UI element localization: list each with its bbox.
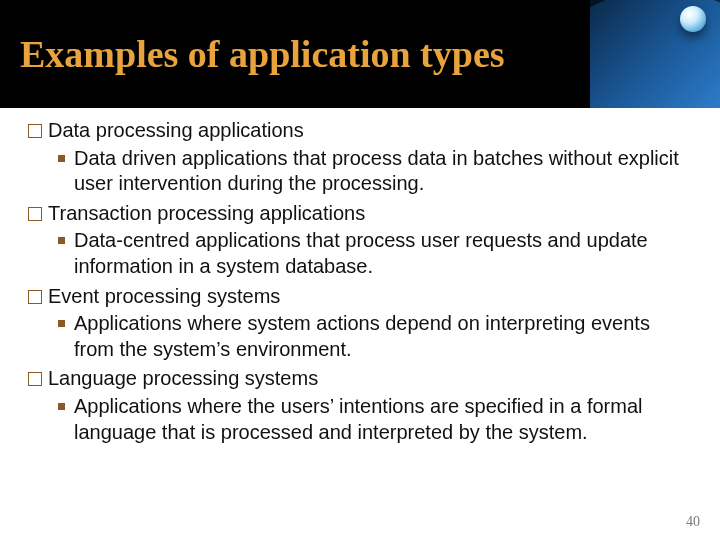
water-drop-icon — [680, 6, 706, 32]
square-bullet-icon — [58, 403, 65, 410]
list-subitem: Applications where the users’ intentions… — [28, 394, 692, 445]
square-outline-icon — [28, 207, 42, 221]
list-subitem: Data-centred applications that process u… — [28, 228, 692, 279]
square-bullet-icon — [58, 320, 65, 327]
square-outline-icon — [28, 372, 42, 386]
list-subitem: Data driven applications that process da… — [28, 146, 692, 197]
list-subitem-text: Data-centred applications that process u… — [74, 229, 648, 277]
list-subitem-text: Data driven applications that process da… — [74, 147, 679, 195]
list-subitem-text: Applications where the users’ intentions… — [74, 395, 642, 443]
list-item: Data processing applications — [28, 118, 692, 144]
square-outline-icon — [28, 124, 42, 138]
slide-title: Examples of application types — [0, 32, 505, 76]
list-subitem: Applications where system actions depend… — [28, 311, 692, 362]
list-item: Transaction processing applications — [28, 201, 692, 227]
slide-body: Data processing applications Data driven… — [0, 108, 720, 445]
list-item-heading: Data processing applications — [48, 119, 304, 141]
list-item-heading: Language processing systems — [48, 367, 318, 389]
page-number: 40 — [686, 514, 700, 530]
slide: Examples of application types Data proce… — [0, 0, 720, 540]
list-item: Event processing systems — [28, 284, 692, 310]
square-bullet-icon — [58, 237, 65, 244]
square-bullet-icon — [58, 155, 65, 162]
list-item-heading: Transaction processing applications — [48, 202, 365, 224]
decorative-image — [590, 0, 720, 108]
list-item-heading: Event processing systems — [48, 285, 280, 307]
square-outline-icon — [28, 290, 42, 304]
title-band: Examples of application types — [0, 0, 720, 108]
list-item: Language processing systems — [28, 366, 692, 392]
list-subitem-text: Applications where system actions depend… — [74, 312, 650, 360]
